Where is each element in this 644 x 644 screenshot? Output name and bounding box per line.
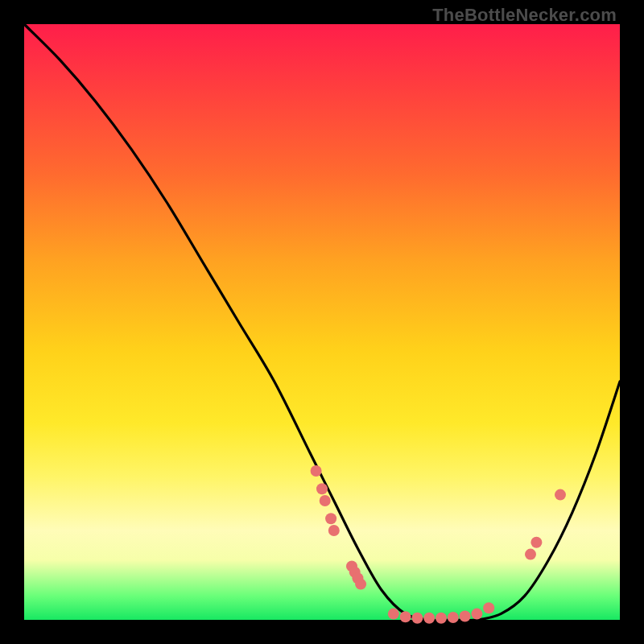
data-point xyxy=(525,549,536,560)
data-point xyxy=(460,611,471,622)
data-point xyxy=(555,489,566,501)
data-point xyxy=(328,525,340,536)
chart-area xyxy=(24,24,620,620)
data-point xyxy=(388,609,399,620)
data-point xyxy=(325,513,336,524)
data-point xyxy=(320,495,331,506)
data-point xyxy=(400,611,411,622)
bottleneck-curve xyxy=(24,24,620,621)
data-point xyxy=(530,537,542,548)
watermark-text: TheBottleNecker.com xyxy=(432,5,617,26)
data-point xyxy=(316,483,328,494)
curve-layer xyxy=(24,24,620,621)
data-point xyxy=(471,609,482,620)
data-point xyxy=(355,579,366,590)
data-point xyxy=(423,613,435,624)
data-point xyxy=(483,602,494,613)
data-point xyxy=(448,612,459,623)
chart-svg xyxy=(24,24,620,620)
data-point xyxy=(311,465,322,477)
data-point xyxy=(436,613,447,624)
data-markers xyxy=(311,465,566,624)
data-point xyxy=(411,613,423,624)
